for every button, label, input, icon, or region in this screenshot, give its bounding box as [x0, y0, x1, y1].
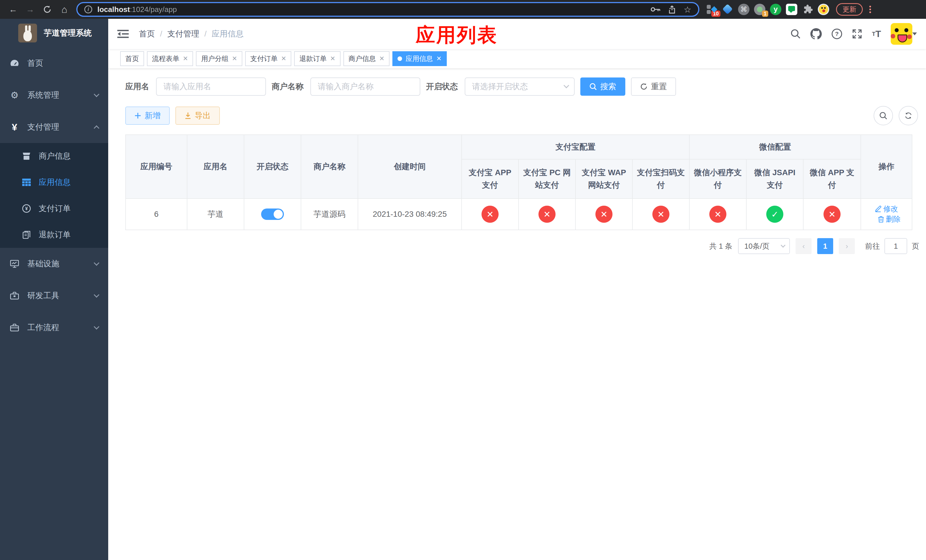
help-icon[interactable]: ?	[831, 29, 842, 39]
close-icon[interactable]: ✕	[232, 55, 237, 62]
browser-forward-icon[interactable]: →	[22, 5, 39, 14]
yen-circle-icon: ¥	[22, 204, 31, 213]
channel-status-icon[interactable]: ✓	[766, 206, 783, 223]
goto-label: 前往	[865, 241, 880, 251]
share-icon[interactable]	[668, 5, 676, 14]
sidebar-item-payment[interactable]: ¥ 支付管理	[0, 111, 108, 143]
sidebar-item-dev-tools[interactable]: 研发工具	[0, 280, 108, 312]
sidebar-item-refund-order[interactable]: 退款订单	[0, 222, 108, 248]
prev-page-button[interactable]: ‹	[796, 238, 811, 254]
channel-status-icon[interactable]: ✕	[823, 206, 841, 223]
close-icon[interactable]: ✕	[379, 55, 384, 62]
extension-command-icon[interactable]: ⌘	[738, 4, 749, 15]
site-info-icon[interactable]: i	[84, 5, 92, 14]
cell-status	[244, 198, 301, 230]
password-key-icon[interactable]	[651, 6, 660, 12]
channel-status-icon[interactable]: ✕	[481, 206, 499, 223]
cell-app-name: 芋道	[187, 198, 244, 230]
app-logo[interactable]: 芋道管理系统	[0, 19, 108, 47]
extension-chat-icon[interactable]	[786, 4, 797, 15]
close-icon[interactable]: ✕	[330, 55, 335, 62]
channel-status-icon[interactable]: ✕	[709, 206, 726, 223]
goto-page-input[interactable]	[884, 238, 907, 254]
sidebar-collapse-icon[interactable]	[117, 29, 129, 38]
add-button[interactable]: 新增	[125, 106, 170, 125]
sidebar-item-workflow[interactable]: 工作流程	[0, 312, 108, 344]
toggle-search-button[interactable]	[874, 106, 893, 125]
sidebar-item-label: 首页	[27, 58, 43, 69]
breadcrumb-payment[interactable]: 支付管理	[168, 29, 199, 39]
extension-gem-icon[interactable]	[722, 4, 734, 15]
close-icon[interactable]: ✕	[183, 55, 188, 62]
fullscreen-icon[interactable]	[852, 29, 862, 39]
profile-avatar-icon[interactable]	[818, 4, 829, 15]
channel-status-icon[interactable]: ✕	[595, 206, 613, 223]
breadcrumb-home[interactable]: 首页	[139, 29, 155, 39]
sidebar-item-label: 应用信息	[39, 177, 71, 188]
tab-merchant-info[interactable]: 商户信息✕	[343, 51, 390, 66]
github-icon[interactable]	[810, 28, 822, 39]
chrome-update-button[interactable]: 更新	[836, 3, 863, 16]
extension-tiles-icon[interactable]: 10	[706, 4, 717, 15]
extensions-puzzle-icon[interactable]	[802, 4, 813, 15]
delete-button[interactable]: 删除	[878, 214, 901, 224]
channel-status-icon[interactable]: ✕	[539, 206, 555, 223]
briefcase-icon	[10, 324, 20, 331]
search-form: 应用名 商户名称 开启状态 请选择开启状态 搜索 重置	[125, 77, 913, 96]
address-bar[interactable]: i localhost:1024/pay/app ☆	[76, 2, 699, 17]
tab-flow-form[interactable]: 流程表单✕	[147, 51, 193, 66]
payment-submenu: 商户信息 应用信息 ¥ 支付订单 退款订单	[0, 143, 108, 248]
page-number-active[interactable]: 1	[817, 238, 833, 254]
extensions-area: 10 ⌘ 1 y	[706, 4, 829, 15]
document-icon	[22, 230, 31, 239]
url-text: localhost:1024/pay/app	[97, 5, 177, 14]
sidebar-item-home[interactable]: 首页	[0, 47, 108, 79]
col-alipay-pc: 支付宝 PC 网站支付	[519, 159, 575, 198]
browser-back-icon[interactable]: ←	[5, 5, 22, 14]
chevron-down-icon	[94, 292, 99, 298]
edit-button[interactable]: 修改	[875, 204, 898, 214]
sidebar-item-system[interactable]: ⚙ 系统管理	[0, 79, 108, 111]
sidebar-item-pay-order[interactable]: ¥ 支付订单	[0, 195, 108, 222]
status-switch[interactable]	[261, 209, 284, 220]
sidebar-item-merchant-info[interactable]: 商户信息	[0, 143, 108, 169]
grid-icon	[22, 179, 31, 186]
chevron-down-icon	[94, 324, 99, 330]
status-select[interactable]: 请选择开启状态	[465, 77, 575, 96]
search-button[interactable]: 搜索	[580, 77, 625, 96]
extension-target-icon[interactable]: 1	[754, 4, 766, 15]
close-icon[interactable]: ✕	[436, 55, 441, 62]
tab-app-info-active[interactable]: 应用信息✕	[392, 51, 446, 66]
reset-button[interactable]: 重置	[631, 77, 676, 96]
user-avatar[interactable]	[891, 23, 917, 45]
breadcrumb-current: 应用信息	[212, 29, 244, 39]
app-name-input[interactable]	[156, 77, 266, 96]
export-button[interactable]: 导出	[176, 106, 220, 125]
svg-text:¥: ¥	[25, 206, 28, 211]
channel-status-icon[interactable]: ✕	[652, 206, 669, 223]
cell-alipay-qr: ✕	[632, 198, 689, 230]
cell-wx-app: ✕	[803, 198, 861, 230]
search-icon[interactable]	[790, 29, 801, 39]
breadcrumb: 首页 / 支付管理 / 应用信息	[139, 29, 244, 39]
browser-menu-icon[interactable]	[866, 6, 874, 13]
browser-home-icon[interactable]: ⌂	[56, 4, 73, 15]
extension-y-icon[interactable]: y	[770, 4, 781, 15]
browser-reload-icon[interactable]	[39, 5, 56, 14]
font-size-icon[interactable]: TT	[872, 29, 881, 39]
close-icon[interactable]: ✕	[281, 55, 286, 62]
page-size-select[interactable]: 10条/页	[738, 238, 790, 254]
tab-home[interactable]: 首页	[120, 51, 144, 66]
active-dot	[398, 56, 402, 61]
next-page-button[interactable]: ›	[839, 238, 855, 254]
refresh-button[interactable]	[899, 106, 918, 125]
sidebar-item-app-info[interactable]: 应用信息	[0, 169, 108, 195]
tab-pay-order[interactable]: 支付订单✕	[245, 51, 291, 66]
bookmark-star-icon[interactable]: ☆	[684, 5, 691, 15]
logo-avatar	[18, 24, 37, 42]
merchant-name-input[interactable]	[310, 77, 420, 96]
cell-wx-jsapi: ✓	[746, 198, 803, 230]
tab-refund-order[interactable]: 退款订单✕	[294, 51, 340, 66]
sidebar-item-infrastructure[interactable]: 基础设施	[0, 248, 108, 280]
tab-user-group[interactable]: 用户分组✕	[196, 51, 242, 66]
